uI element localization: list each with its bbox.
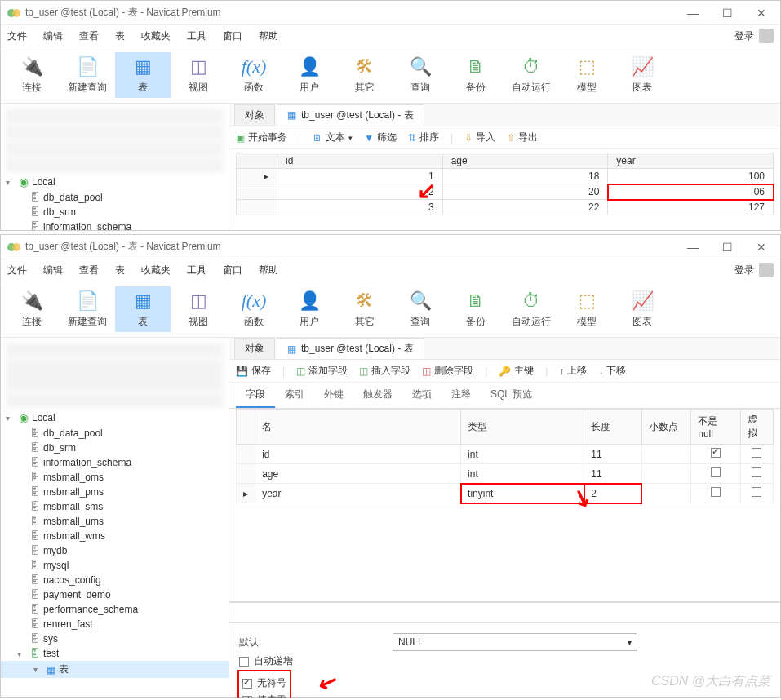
toolbar-查询[interactable]: 🔍查询 (393, 52, 448, 98)
tab-current[interactable]: ▦ tb_user @test (Local) - 表 (277, 104, 424, 126)
toolbar-函数[interactable]: f(x)函数 (226, 52, 282, 98)
menu-file[interactable]: 文件 (7, 264, 27, 277)
toolbar-用户[interactable]: 👤用户 (282, 52, 337, 98)
text-button[interactable]: 🗎文本▾ (313, 131, 353, 144)
tab-current[interactable]: ▦ tb_user @test (Local) - 表 (277, 338, 424, 359)
data-grid[interactable]: idageyear▸11810022006322127 (236, 153, 774, 215)
database-node[interactable]: 🗄mysql (1, 558, 229, 573)
tables-node[interactable]: ▾ ▦ 表 (1, 661, 229, 678)
minimize-button[interactable]: — (681, 7, 705, 20)
connection-node[interactable]: ▾ ◉ Local (1, 410, 229, 426)
move-up-button[interactable]: ↑ 上移 (559, 364, 587, 378)
toolbar-视图[interactable]: ◫视图 (171, 286, 226, 332)
toolbar-查询[interactable]: 🔍查询 (393, 286, 448, 332)
menu-help[interactable]: 帮助 (259, 264, 278, 277)
database-node[interactable]: 🗄db_data_pool (1, 426, 229, 441)
database-node[interactable]: 🗄sys (1, 631, 229, 646)
resizer[interactable] (229, 601, 780, 603)
save-button[interactable]: 💾保存 (236, 364, 271, 378)
menu-window[interactable]: 窗口 (223, 29, 242, 43)
database-node[interactable]: 🗄db_srm (1, 205, 229, 219)
database-node[interactable]: 🗄msbmall_pms (1, 485, 229, 499)
primary-key-button[interactable]: 🔑主键 (499, 364, 534, 378)
toolbar-函数[interactable]: f(x)函数 (226, 286, 282, 332)
toolbar-其它[interactable]: 🛠其它 (337, 286, 393, 332)
menu-tools[interactable]: 工具 (187, 29, 206, 43)
menu-table[interactable]: 表 (115, 29, 125, 43)
menu-file[interactable]: 文件 (7, 29, 27, 43)
database-node[interactable]: 🗄db_data_pool (1, 190, 229, 205)
database-node[interactable]: 🗄performance_schema (1, 602, 229, 617)
menu-view[interactable]: 查看 (79, 29, 99, 43)
insert-field-button[interactable]: ◫插入字段 (359, 364, 410, 378)
maximize-button[interactable]: ☐ (715, 7, 739, 20)
menu-window[interactable]: 窗口 (223, 264, 242, 277)
menu-fav[interactable]: 收藏夹 (141, 29, 171, 43)
database-node-test[interactable]: ▾ 🗄 test (1, 646, 229, 661)
subtab-注释[interactable]: 注释 (442, 383, 481, 408)
database-node[interactable]: 🗄renren_fast (1, 617, 229, 631)
design-grid[interactable]: 名类型长度小数点不是 null虚拟idint11ageint11▸yeartin… (236, 409, 774, 503)
menu-edit[interactable]: 编辑 (43, 29, 63, 43)
database-node[interactable]: 🗄nacos_config (1, 573, 229, 587)
toolbar-备份[interactable]: 🗎备份 (448, 52, 504, 98)
subtab-触发器[interactable]: 触发器 (353, 383, 402, 408)
menu-table[interactable]: 表 (115, 264, 125, 277)
database-node[interactable]: 🗄msbmall_oms (1, 470, 229, 485)
toolbar-视图[interactable]: ◫视图 (171, 52, 226, 98)
field-row[interactable]: ageint11 (237, 464, 774, 484)
close-button[interactable]: ✕ (749, 7, 774, 20)
subtab-外键[interactable]: 外键 (314, 383, 353, 408)
zerofill-checkbox[interactable]: 填充零 (242, 693, 286, 698)
login-area[interactable]: 登录 (734, 263, 774, 277)
toolbar-表[interactable]: ▦表 (115, 286, 171, 332)
toolbar-其它[interactable]: 🛠其它 (337, 52, 393, 98)
toolbar-图表[interactable]: 📈图表 (615, 52, 670, 98)
toolbar-用户[interactable]: 👤用户 (282, 286, 337, 332)
data-row[interactable]: 22006 (237, 184, 774, 200)
menu-view[interactable]: 查看 (79, 264, 99, 277)
subtab-选项[interactable]: 选项 (402, 383, 442, 408)
delete-field-button[interactable]: ◫删除字段 (422, 364, 473, 378)
database-node[interactable]: 🗄msbmall_ums (1, 514, 229, 529)
menu-tools[interactable]: 工具 (187, 264, 206, 277)
toolbar-自动运行[interactable]: ⏱自动运行 (504, 286, 559, 332)
minimize-button[interactable]: — (681, 241, 705, 254)
toolbar-表[interactable]: ▦表 (115, 52, 171, 98)
tab-object[interactable]: 对象 (234, 338, 275, 359)
tab-object[interactable]: 对象 (234, 104, 275, 126)
subtab-字段[interactable]: 字段 (236, 383, 275, 408)
close-button[interactable]: ✕ (749, 241, 774, 254)
toolbar-备份[interactable]: 🗎备份 (448, 286, 504, 332)
export-button[interactable]: ⇧导出 (507, 131, 538, 144)
database-node[interactable]: 🗄mydb (1, 543, 229, 558)
menu-help[interactable]: 帮助 (259, 29, 278, 43)
toolbar-连接[interactable]: 🔌连接 (4, 286, 60, 332)
sort-button[interactable]: ⇅排序 (408, 131, 439, 144)
toolbar-连接[interactable]: 🔌连接 (4, 52, 60, 98)
database-node[interactable]: 🗄msbmall_wms (1, 529, 229, 543)
maximize-button[interactable]: ☐ (715, 241, 739, 254)
menu-fav[interactable]: 收藏夹 (141, 264, 171, 277)
filter-button[interactable]: ▼筛选 (364, 131, 397, 144)
toolbar-新建查询[interactable]: 📄新建查询 (60, 286, 115, 332)
login-area[interactable]: 登录 (734, 29, 774, 43)
database-node[interactable]: 🗄msbmall_sms (1, 499, 229, 514)
toolbar-新建查询[interactable]: 📄新建查询 (60, 52, 115, 98)
add-field-button[interactable]: ◫添加字段 (296, 364, 348, 378)
data-row[interactable]: 322127 (237, 200, 774, 215)
data-row[interactable]: ▸118100 (237, 169, 774, 184)
move-down-button[interactable]: ↓ 下移 (598, 364, 626, 378)
unsigned-checkbox[interactable]: 无符号 (242, 676, 286, 690)
database-node[interactable]: 🗄information_schema (1, 219, 229, 230)
database-node[interactable]: 🗄information_schema (1, 455, 229, 470)
begin-transaction-button[interactable]: ▣开始事务 (236, 131, 287, 144)
subtab-索引[interactable]: 索引 (275, 383, 314, 408)
database-node[interactable]: 🗄db_srm (1, 441, 229, 455)
import-button[interactable]: ⇩导入 (464, 131, 495, 144)
toolbar-自动运行[interactable]: ⏱自动运行 (504, 52, 559, 98)
toolbar-图表[interactable]: 📈图表 (615, 286, 670, 332)
toolbar-模型[interactable]: ⬚模型 (559, 52, 615, 98)
menu-edit[interactable]: 编辑 (43, 264, 63, 277)
auto-increment-checkbox[interactable]: 自动递增 (239, 654, 770, 668)
